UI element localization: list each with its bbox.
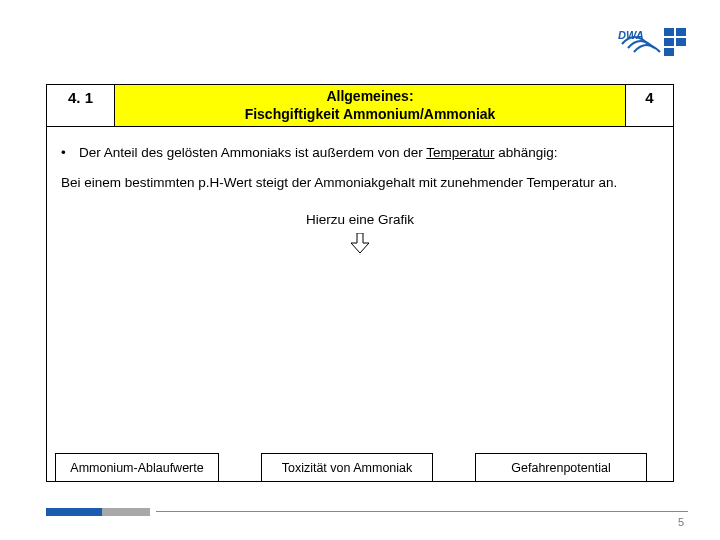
bullet-text-underlined: Temperatur	[426, 145, 494, 160]
dwa-logo: DWA	[618, 24, 688, 60]
svg-rect-3	[664, 38, 674, 46]
bullet-marker: •	[61, 145, 79, 160]
bottom-box-gefahrenpotential: Gefahrenpotential	[475, 453, 647, 481]
title-line-1: Allgemeines:	[326, 88, 413, 106]
grafik-label: Hierzu eine Grafik	[61, 212, 659, 227]
footer-bar-gray	[102, 508, 150, 516]
arrow-down-icon	[351, 233, 369, 253]
title-line-2: Fischgiftigkeit Ammonium/Ammoniak	[245, 106, 496, 124]
content-frame: 4. 1 Allgemeines: Fischgiftigkeit Ammoni…	[46, 84, 674, 482]
bullet-item: • Der Anteil des gelösten Ammoniaks ist …	[61, 145, 659, 160]
body-area: • Der Anteil des gelösten Ammoniaks ist …	[47, 127, 673, 481]
footer-line	[156, 511, 688, 512]
paragraph: Bei einem bestimmten p.H-Wert steigt der…	[61, 174, 659, 192]
svg-rect-1	[664, 28, 674, 36]
bullet-text-after: abhängig:	[494, 145, 557, 160]
footer-bars	[46, 508, 150, 516]
svg-rect-2	[676, 28, 686, 36]
bottom-boxes-row: Ammonium-Ablaufwerte Toxizität von Ammon…	[47, 453, 673, 481]
bottom-box-ablaufwerte: Ammonium-Ablaufwerte	[55, 453, 219, 481]
footer-bar-blue	[46, 508, 102, 516]
bullet-text: Der Anteil des gelösten Ammoniaks ist au…	[79, 145, 558, 160]
footer: 5	[46, 502, 688, 520]
bullet-text-before: Der Anteil des gelösten Ammoniaks ist au…	[79, 145, 426, 160]
svg-rect-4	[676, 38, 686, 46]
header-row: 4. 1 Allgemeines: Fischgiftigkeit Ammoni…	[47, 85, 673, 127]
slide-title: Allgemeines: Fischgiftigkeit Ammonium/Am…	[115, 85, 625, 126]
bottom-box-toxizitaet: Toxizität von Ammoniak	[261, 453, 433, 481]
subsection-number: 4	[625, 85, 673, 126]
svg-rect-5	[664, 48, 674, 56]
section-number: 4. 1	[47, 85, 115, 126]
page-number: 5	[678, 516, 684, 528]
svg-text:DWA: DWA	[618, 29, 644, 41]
